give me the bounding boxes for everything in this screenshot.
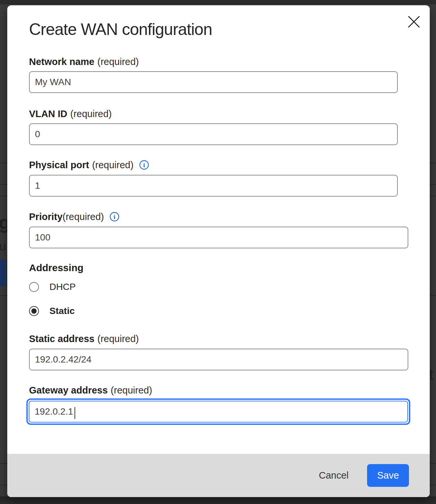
info-icon[interactable]: i [139, 160, 149, 170]
static-address-label: Static address (required) [29, 332, 139, 345]
gateway-address-label: Gateway address (required) [29, 384, 152, 396]
field-label-text: Physical port [29, 160, 89, 171]
background-page-bottom [0, 496, 436, 504]
gateway-address-focus-ring [26, 398, 410, 425]
addressing-radio-static[interactable]: Static [29, 306, 75, 316]
field-label-text: Static address [29, 333, 94, 344]
radio-label: DHCP [49, 282, 76, 292]
addressing-section-label: Addressing [29, 262, 83, 273]
background-page-top-bar [0, 0, 436, 4]
field-label-text: Gateway address [29, 385, 108, 396]
close-button[interactable] [406, 14, 422, 30]
required-hint: (required) [97, 333, 139, 344]
close-icon [408, 16, 420, 28]
required-hint: (required) [70, 109, 112, 119]
field-label-text: VLAN ID [29, 109, 67, 119]
radio-label: Static [49, 306, 75, 316]
create-wan-configuration-dialog: Create WAN configuration Network name (r… [7, 5, 430, 497]
physical-port-input[interactable] [29, 175, 398, 197]
physical-port-label: Physical port (required) i [29, 159, 149, 171]
radio-checked-icon [29, 306, 39, 316]
network-name-input[interactable] [29, 71, 398, 93]
svg-text:i: i [114, 213, 115, 220]
background-text-fragment: u [0, 239, 6, 253]
priority-input[interactable] [29, 227, 408, 248]
svg-text:i: i [143, 162, 145, 169]
static-address-input[interactable] [29, 349, 408, 370]
vlan-id-input[interactable] [29, 123, 398, 145]
priority-label: Priority (required) i [29, 210, 119, 223]
dialog-footer: Cancel Save [7, 454, 430, 497]
background-blue-button-fragment [0, 260, 5, 286]
network-name-label: Network name (required) [29, 55, 139, 68]
required-hint: (required) [92, 160, 134, 171]
vlan-id-label: VLAN ID (required) [29, 108, 112, 120]
required-hint: (required) [63, 211, 104, 222]
gateway-address-input[interactable] [29, 401, 408, 423]
text-cursor [75, 407, 75, 419]
save-button[interactable]: Save [367, 464, 409, 487]
addressing-radio-dhcp[interactable]: DHCP [29, 282, 76, 292]
cancel-button[interactable]: Cancel [317, 467, 351, 484]
info-icon[interactable]: i [109, 212, 119, 222]
required-hint: (required) [111, 385, 152, 396]
radio-unchecked-icon [29, 282, 39, 292]
field-label-text: Priority [29, 211, 63, 222]
required-hint: (required) [97, 56, 139, 67]
field-label-text: Network name [29, 56, 94, 67]
dialog-title: Create WAN configuration [29, 20, 212, 39]
